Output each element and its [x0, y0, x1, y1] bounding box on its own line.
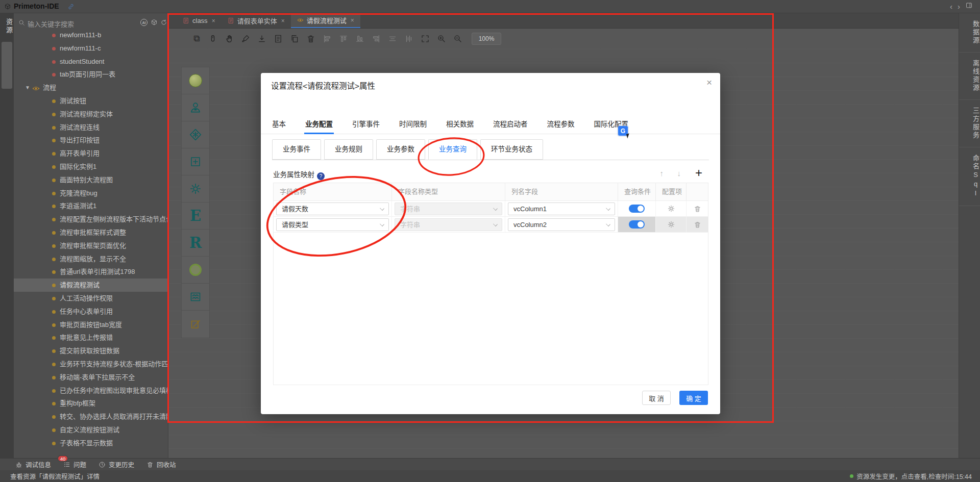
trash-icon[interactable]	[694, 205, 701, 213]
copy-icon[interactable]	[289, 33, 300, 44]
dialog-tab[interactable]: 流程参数	[547, 116, 575, 134]
tree-item[interactable]: 提交前获取按钮数据	[14, 344, 168, 358]
tree-item[interactable]: 人工活动操作权限	[14, 292, 168, 305]
tree-item[interactable]: 移动端-表单下拉展示不全	[14, 371, 168, 384]
start-node-icon[interactable]	[182, 67, 209, 94]
delete-icon[interactable]	[305, 33, 316, 44]
tree-item[interactable]: 流程配置左侧树流程版本下活动节点合并问题	[14, 213, 168, 226]
zoom-level-display[interactable]: 100%	[472, 33, 501, 45]
tree-item[interactable]: 导出打印按钮	[14, 134, 168, 147]
refresh-icon[interactable]	[160, 19, 167, 28]
tree-item[interactable]: 流程图缩放，显示不全	[14, 252, 168, 266]
brush-icon[interactable]	[240, 33, 251, 44]
tree-item[interactable]: studentStudent	[14, 55, 168, 68]
cube-add-icon[interactable]	[151, 19, 158, 28]
gear-icon[interactable]	[667, 205, 675, 213]
tree-item[interactable]: 审批页面按钮tab宽度	[14, 318, 168, 332]
tree-item[interactable]: 转交、协办选择人员取消再打开未清除选择	[14, 410, 168, 423]
tree-item[interactable]: 李逍遥测试1	[14, 199, 168, 213]
zoom-in-icon[interactable]	[436, 33, 447, 44]
tree-item[interactable]: 子表格不显示数据	[14, 437, 168, 450]
right-rail-tab[interactable]: 命名Sql	[959, 147, 980, 206]
subtab[interactable]: 业务事件	[272, 139, 321, 160]
tree-item[interactable]: 画面特别大流程图	[14, 173, 168, 187]
layout-panel-icon[interactable]	[965, 2, 973, 11]
subtab[interactable]: 环节业务状态	[480, 139, 543, 160]
r-node-icon[interactable]: R	[182, 230, 209, 257]
report-node-icon[interactable]	[182, 284, 209, 311]
change-history-button[interactable]: 变更历史	[99, 460, 134, 469]
tree-item[interactable]: 普通url表单引用测试1798	[14, 265, 168, 278]
column-name-select[interactable]: vcColumn2	[508, 218, 615, 231]
tree-item[interactable]: 业务环节支持流程多状态-根据动作匹配	[14, 358, 168, 371]
dialog-tab[interactable]: 相关数据	[446, 116, 474, 134]
translate-icon[interactable]: G	[618, 126, 628, 136]
recycle-bin-button[interactable]: 回收站	[146, 460, 176, 469]
ai-assistant-icon[interactable]: AI	[140, 19, 148, 26]
close-icon[interactable]: ×	[351, 17, 354, 24]
tree-item[interactable]: 任务中心表单引用	[14, 305, 168, 318]
right-rail-tab[interactable]: 离线资源	[959, 53, 980, 100]
mouse-pointer-icon[interactable]	[207, 33, 218, 44]
fit-screen-icon[interactable]	[420, 33, 431, 44]
tree-item[interactable]: newform111-c	[14, 42, 168, 55]
tree-item[interactable]: 请假流程测试	[14, 278, 168, 292]
decision-icon[interactable]	[182, 121, 209, 148]
dialog-tab[interactable]: 业务配置	[305, 116, 333, 134]
tree-item[interactable]: tab页面引用同一表	[14, 68, 168, 81]
e-node-icon[interactable]: E	[182, 202, 209, 230]
close-icon[interactable]: ×	[212, 17, 215, 24]
search-input[interactable]: 输入关键字搜索	[28, 19, 74, 29]
help-icon[interactable]: ?	[317, 172, 325, 180]
problems-button[interactable]: 40 问题	[63, 460, 86, 469]
note-node-icon[interactable]	[182, 311, 209, 338]
dialog-tab[interactable]: 流程启动者	[493, 116, 528, 134]
field-name-select[interactable]: 请假类型	[276, 218, 389, 231]
trash-icon[interactable]	[694, 221, 701, 229]
query-condition-toggle[interactable]	[629, 220, 645, 229]
gear-icon[interactable]	[667, 220, 675, 229]
tree-item[interactable]: 已办任务中流程图出现审批意见必填校验提示	[14, 384, 168, 397]
tree-item[interactable]: 测试流程连线	[14, 121, 168, 134]
move-up-icon[interactable]: ↑	[660, 169, 664, 177]
tree-item[interactable]: 高开表单引用	[14, 147, 168, 160]
tree-item[interactable]: 测试按钮	[14, 94, 168, 108]
tree-item[interactable]: 自定义流程按钮测试	[14, 423, 168, 437]
document-icon[interactable]	[273, 33, 284, 44]
subtab[interactable]: 业务查询	[428, 139, 477, 160]
tree-item[interactable]: 国际化实例1	[14, 160, 168, 173]
column-name-select[interactable]: vcColumn1	[508, 202, 615, 215]
tree-item[interactable]: 重构bfp框架	[14, 397, 168, 410]
tree-item[interactable]: 流程审批框架样式调整	[14, 226, 168, 239]
close-icon[interactable]: ×	[706, 77, 712, 88]
link-icon[interactable]	[67, 3, 75, 12]
tree-item[interactable]: 流程审批框架页面优化	[14, 239, 168, 252]
debug-info-button[interactable]: 调试信息	[15, 460, 51, 469]
zoom-out-icon[interactable]	[452, 33, 463, 44]
dialog-tab[interactable]: 基本	[272, 116, 286, 134]
rail-tab-resources[interactable]: 资源	[0, 16, 14, 35]
subtab[interactable]: 业务参数	[376, 139, 425, 160]
subtab[interactable]: 业务规则	[324, 139, 373, 160]
tree-item[interactable]: 审批意见上传报错	[14, 331, 168, 344]
close-icon[interactable]: ×	[281, 17, 285, 24]
right-rail-tab[interactable]: 数据源	[959, 13, 980, 53]
tree-item[interactable]: newform111-b	[14, 29, 168, 42]
editor-tab[interactable]: class ×	[177, 13, 222, 28]
auto-activity-icon[interactable]	[182, 175, 209, 202]
tree-node-flow[interactable]: ▼ 流程	[14, 81, 168, 94]
download-icon[interactable]	[256, 33, 267, 44]
cancel-button[interactable]: 取 消	[642, 391, 671, 405]
hand-pan-icon[interactable]	[224, 33, 235, 44]
move-down-icon[interactable]: ↓	[677, 169, 681, 177]
chevron-down-icon[interactable]: ▼	[25, 81, 30, 94]
add-row-icon[interactable]: +	[695, 166, 702, 180]
end-node-icon[interactable]	[182, 257, 209, 284]
field-name-select[interactable]: 请假天数	[276, 202, 389, 215]
query-condition-toggle[interactable]	[629, 205, 645, 213]
manual-activity-icon[interactable]	[182, 94, 209, 121]
ok-button[interactable]: 确 定	[679, 391, 708, 405]
dialog-tab[interactable]: 时间限制	[399, 116, 427, 134]
tree-item[interactable]: 克隆流程bug	[14, 187, 168, 200]
resource-change-notice[interactable]: 资源发生变更，点击查看,检查时间:15:44	[850, 471, 972, 481]
